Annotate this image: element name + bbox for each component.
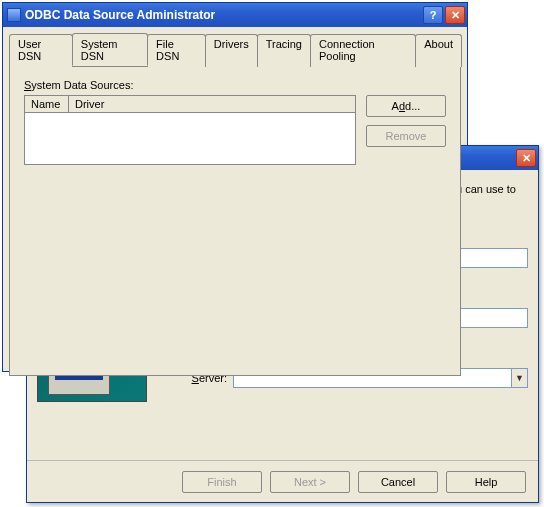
help-button[interactable]: Help — [446, 471, 526, 493]
tab-drivers[interactable]: Drivers — [205, 34, 258, 67]
help-titlebar-button[interactable]: ? — [423, 6, 443, 24]
tab-connection-pooling[interactable]: Connection Pooling — [310, 34, 416, 67]
tab-about[interactable]: About — [415, 34, 462, 67]
odbc-admin-window: ODBC Data Source Administrator ? ✕ User … — [2, 2, 468, 372]
admin-title: ODBC Data Source Administrator — [25, 8, 421, 22]
remove-button: Remove — [366, 125, 446, 147]
col-driver[interactable]: Driver — [69, 96, 355, 112]
system-data-sources-label: System Data Sources: — [24, 79, 446, 91]
odbc-app-icon — [7, 8, 21, 22]
admin-titlebar: ODBC Data Source Administrator ? ✕ — [3, 3, 467, 27]
tab-panel-system-dsn: System Data Sources: Name Driver Add... … — [9, 66, 461, 376]
admin-tabstrip: User DSN System DSN File DSN Drivers Tra… — [9, 34, 461, 67]
col-name[interactable]: Name — [25, 96, 69, 112]
close-titlebar-button[interactable]: ✕ — [445, 6, 465, 24]
next-button: Next > — [270, 471, 350, 493]
finish-button: Finish — [182, 471, 262, 493]
wizard-footer: Finish Next > Cancel Help — [27, 460, 538, 502]
system-data-sources-table[interactable]: Name Driver — [24, 95, 356, 165]
tab-file-dsn[interactable]: File DSN — [147, 34, 206, 67]
tab-tracing[interactable]: Tracing — [257, 34, 311, 67]
table-header: Name Driver — [25, 96, 355, 113]
add-button[interactable]: Add... — [366, 95, 446, 117]
tab-user-dsn[interactable]: User DSN — [9, 34, 73, 67]
chevron-down-icon[interactable]: ▼ — [511, 369, 527, 387]
admin-body: User DSN System DSN File DSN Drivers Tra… — [3, 27, 467, 382]
cancel-button[interactable]: Cancel — [358, 471, 438, 493]
tab-system-dsn[interactable]: System DSN — [72, 33, 148, 66]
wizard-close-button[interactable]: ✕ — [516, 149, 536, 167]
